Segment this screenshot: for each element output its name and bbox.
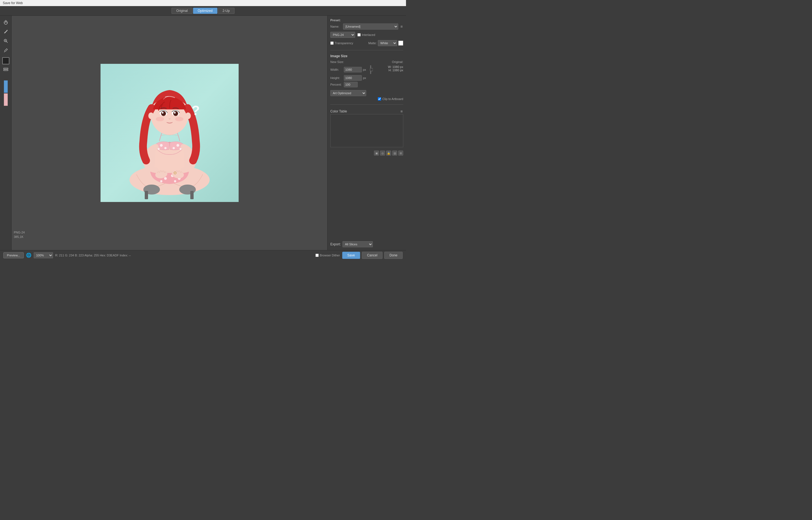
left-toolbar [0,16,11,250]
transparency-checkbox[interactable] [330,42,334,45]
clip-label: Clip to Artboard [382,97,403,101]
height-label: Height: [330,76,343,80]
svg-point-32 [185,112,191,119]
svg-point-42 [175,117,183,121]
width-label: Width: [330,68,343,71]
format-row: PNG-24 PNG-8 JPEG GIF Interlaced [330,32,403,38]
interlaced-label: Interlaced [362,33,375,36]
action-buttons: Save Cancel Done [342,252,403,259]
svg-text:?: ? [192,103,200,118]
tab-2up[interactable]: 2-Up [218,8,235,14]
height-input[interactable] [344,75,362,81]
thumb-pink[interactable] [4,94,8,106]
width-input[interactable] [344,67,362,72]
browser-icon-btn[interactable]: 🌐 [26,253,31,258]
save-button[interactable]: Save [342,252,360,259]
svg-rect-45 [370,65,371,69]
export-icon-3[interactable]: 🔒 [386,151,391,156]
svg-point-14 [164,177,167,180]
pixel-info: R: 211 G: 234 B: 223 Alpha: 255 Hex: D3E… [55,254,131,257]
svg-rect-12 [190,191,194,199]
svg-rect-4 [4,68,8,69]
image-size-section: Image Size New Size: Width: px [330,54,403,101]
new-size-column: New Size: Width: px [330,60,373,88]
hand-tool[interactable] [2,18,10,26]
bottom-left: Preview... 🌐 100% 25% 50% 75% 150% 200% … [3,252,131,258]
original-h: H: 1080 px [388,69,403,72]
color-table-header: Color Table ≡ [330,109,403,114]
image-size-header: Image Size [330,54,403,58]
bottom-right: Browser Dither Save Cancel Done [316,252,403,259]
export-icon-1[interactable]: ▣ [374,151,379,156]
svg-rect-47 [370,68,373,71]
preset-name-select[interactable]: [Unnamed] [343,24,398,30]
percent-row: Percent: [330,82,373,87]
layers-tool[interactable] [2,66,10,74]
color-table-section: Color Table ≡ [330,109,403,147]
original-label: Original: [388,60,403,63]
zoom-tool[interactable] [2,37,10,45]
height-px: px [363,76,366,80]
color-table-menu-btn[interactable]: ≡ [400,109,403,114]
title-bar: Save for Web [0,0,406,6]
algorithm-row: Art Optimized Bicubic Bilinear Nearest N… [330,90,403,96]
browser-dither-text: Browser Dither [320,254,340,257]
divider-1 [330,50,403,50]
image-preview: ? ? [101,64,239,202]
export-label: Export: [330,242,341,246]
eyedropper-tool[interactable] [2,27,10,36]
clip-checkbox[interactable] [378,97,381,101]
percent-label: Percent: [330,83,343,86]
preview-button[interactable]: Preview... [3,252,24,258]
color-swatch[interactable] [2,57,9,64]
matte-select[interactable]: White None Black Other... [378,40,397,46]
svg-rect-5 [4,70,8,71]
svg-point-20 [164,147,166,149]
divider-2 [330,104,403,105]
zoom-select[interactable]: 100% 25% 50% 75% 150% 200% [34,252,53,258]
svg-rect-11 [145,191,148,199]
cancel-button[interactable]: Cancel [362,252,382,259]
svg-point-31 [148,112,154,119]
color-table-label: Color Table [330,109,347,113]
transparency-matte-row: Transparency Matte: White None Black Oth… [330,40,403,46]
pipette-tool[interactable] [2,46,10,54]
svg-line-1 [6,42,7,43]
svg-point-36 [162,112,163,113]
preset-menu-btn[interactable]: ≡ [400,24,403,29]
interlaced-checkbox[interactable] [357,33,361,36]
file-size: 385,1K [14,235,25,239]
export-icon-4[interactable]: ▤ [392,151,397,156]
format-select[interactable]: PNG-24 PNG-8 JPEG GIF [330,32,355,38]
color-table-area [330,114,403,147]
matte-color-box[interactable] [398,41,403,46]
file-info: PNG-24 385,1K [14,230,25,239]
svg-point-40 [174,112,175,113]
done-button[interactable]: Done [384,252,403,259]
svg-point-19 [160,144,163,147]
thumb-blue[interactable] [4,80,8,93]
original-w: W: 1080 px [388,65,403,69]
export-row: Export: All Slices All User Slices Selec… [330,241,403,247]
export-icon-5[interactable]: ⊞ [398,151,403,156]
svg-point-23 [172,147,175,149]
link-icon-container [369,65,373,74]
right-panel: Preset: Name: [Unnamed] ≡ PNG-24 PNG-8 J… [327,16,406,250]
browser-dither-label: Browser Dither [316,254,340,257]
preset-section: Preset: Name: [Unnamed] ≡ [330,19,403,30]
title-text: Save for Web [3,1,23,5]
browser-dither-checkbox[interactable] [316,254,319,257]
export-select[interactable]: All Slices All User Slices Selection [343,241,373,247]
preset-name-label: Name: [330,25,342,28]
svg-point-25 [169,142,170,144]
bottom-bar: Preview... 🌐 100% 25% 50% 75% 150% 200% … [0,250,406,260]
percent-input[interactable] [344,82,358,87]
algorithm-select[interactable]: Art Optimized Bicubic Bilinear Nearest N… [330,90,366,96]
width-row: Width: px [330,65,373,74]
matte-row: Matte: White None Black Other... [368,40,403,46]
svg-point-41 [156,117,164,121]
file-format: PNG-24 [14,230,25,235]
tab-original[interactable]: Original [171,8,192,14]
tab-optimized[interactable]: Optimized [193,8,217,14]
export-icon-2[interactable]: ◎ [380,151,385,156]
